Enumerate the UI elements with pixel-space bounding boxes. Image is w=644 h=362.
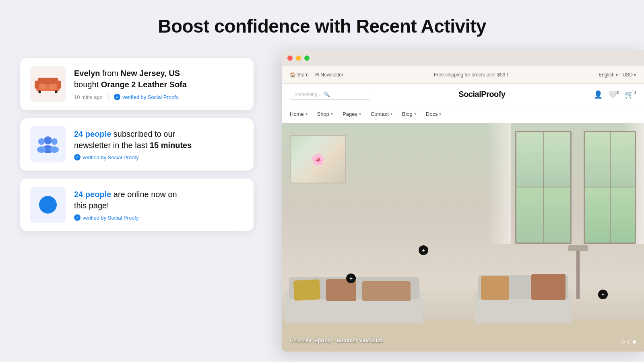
product-name: Orange 2 Leather Sofa	[101, 80, 187, 89]
online-footer: ✓ verified by Social Proofy	[74, 214, 244, 221]
online-verified-label: verified by Social Proofy	[83, 215, 138, 221]
verified-check-icon-3: ✓	[74, 214, 80, 221]
hero-dot-btn-3[interactable]: +	[598, 290, 608, 299]
hero-scene: 🌸	[282, 123, 644, 352]
newsletter-verified-label: verified by Social Proofy	[83, 154, 138, 160]
notifications-panel: Evelyn from New Jersey, US bought Orange…	[20, 58, 254, 231]
traffic-light-green[interactable]	[304, 56, 310, 61]
browser-titlebar	[282, 50, 644, 66]
page-title: Boost confidence with Recent Activity	[0, 0, 644, 50]
people-icon-box	[30, 126, 66, 162]
newsletter-duration: 15 minutes	[150, 141, 192, 150]
menu-docs[interactable]: Docs ▾	[426, 111, 442, 117]
wishlist-icon[interactable]: 🤍0	[608, 90, 619, 99]
search-placeholder-text: Something...	[294, 92, 321, 97]
carousel-dot-1[interactable]	[621, 340, 625, 343]
language-dropdown[interactable]: English	[599, 72, 617, 78]
floor-lamp	[576, 251, 580, 299]
verified-check-icon: ✓	[114, 94, 120, 100]
purchase-footer: 10 mins ago | ✓ verified by Social Proof…	[74, 93, 244, 101]
svg-point-11	[37, 146, 46, 153]
svg-rect-2	[35, 80, 39, 88]
purchase-main-text: Evelyn from New Jersey, US bought Orange…	[74, 68, 244, 90]
window-right	[584, 131, 636, 244]
menu-contact[interactable]: Contact ▾	[371, 111, 392, 117]
traffic-light-yellow[interactable]	[296, 56, 301, 61]
svg-point-12	[51, 138, 58, 145]
topbar-right: English USD	[599, 72, 636, 78]
traffic-light-red[interactable]	[287, 56, 293, 61]
window-left	[515, 131, 572, 244]
verified-check-icon-2: ✓	[74, 154, 80, 160]
sofa-icon-box	[30, 66, 66, 102]
browser-hero: 🌸	[282, 123, 644, 352]
curtain-left	[487, 123, 511, 244]
svg-rect-3	[57, 80, 61, 88]
hero-caption: Collection Spring – Summer Vibe 2021	[290, 337, 383, 343]
person-location: New Jersey, US	[121, 69, 180, 78]
search-box[interactable]: Something... 🔍	[290, 89, 370, 100]
purchase-timestamp: 10 mins ago	[74, 94, 103, 100]
hero-dot-btn-1[interactable]: +	[346, 274, 356, 283]
svg-rect-4	[39, 90, 41, 93]
purchase-verified: ✓ verified by Social Proofy	[114, 94, 178, 100]
sofa-icon	[33, 74, 62, 94]
online-dot-icon	[39, 196, 57, 214]
menu-blog[interactable]: Blog ▾	[402, 111, 416, 117]
sofa-right	[475, 259, 572, 323]
newsletter-main-text: 24 people subscribed to ournewsletter in…	[74, 128, 244, 151]
main-container: Evelyn from New Jersey, US bought Orange…	[0, 50, 644, 360]
browser-topbar: 🏠 Store ✉ Newsletter Free shipping for o…	[282, 66, 644, 84]
verified-label: verified by Social Proofy	[122, 94, 178, 100]
browser-navbar: Something... 🔍 SocialProofy 👤 🤍0 🛒0	[282, 84, 644, 105]
svg-rect-6	[39, 84, 46, 89]
online-notification: 24 people are online now onthis page! ✓ …	[20, 179, 254, 231]
carousel-dots	[621, 340, 636, 343]
topbar-promo: Free shipping for orders over $59 !	[434, 72, 508, 78]
svg-rect-5	[55, 90, 57, 93]
menu-home[interactable]: Home ▾	[290, 111, 308, 117]
online-icon-box	[30, 187, 66, 223]
browser-menu: Home ▾ Shop ▾ Pages ▾ Contact ▾ Blog ▾ D…	[282, 105, 644, 123]
svg-point-8	[44, 136, 52, 144]
online-text: 24 people are online now onthis page! ✓ …	[74, 189, 244, 221]
wall-artwork: 🌸	[290, 135, 346, 183]
svg-rect-7	[50, 84, 57, 89]
newsletter-notification: 24 people subscribed to ournewsletter in…	[20, 118, 254, 171]
newsletter-text: 24 people subscribed to ournewsletter in…	[74, 128, 244, 160]
topbar-left: 🏠 Store ✉ Newsletter	[290, 72, 343, 78]
language-chevron-icon	[616, 72, 618, 78]
carousel-dot-3[interactable]	[633, 340, 636, 343]
people-icon	[36, 132, 60, 156]
separator: |	[107, 93, 109, 101]
nav-icons: 👤 🤍0 🛒0	[594, 90, 636, 99]
carousel-dot-2[interactable]	[627, 340, 630, 343]
currency-dropdown[interactable]: USD	[623, 72, 636, 78]
account-icon[interactable]: 👤	[594, 90, 603, 99]
store-link[interactable]: 🏠 Store	[290, 72, 309, 78]
purchase-notification: Evelyn from New Jersey, US bought Orange…	[20, 58, 254, 110]
cart-icon[interactable]: 🛒0	[625, 90, 636, 99]
purchase-text: Evelyn from New Jersey, US bought Orange…	[74, 68, 244, 101]
menu-pages[interactable]: Pages ▾	[343, 111, 361, 117]
newsletter-count: 24 people	[74, 130, 111, 138]
newsletter-link[interactable]: ✉ Newsletter	[315, 72, 343, 78]
svg-point-13	[50, 146, 59, 153]
lamp-head	[568, 245, 588, 251]
search-icon[interactable]: 🔍	[324, 91, 330, 97]
newsletter-verified: ✓ verified by Social Proofy	[74, 154, 138, 160]
svg-point-10	[38, 138, 45, 145]
hero-collection-name: Spring – Summer Vibe 2021	[314, 337, 383, 343]
floor	[282, 319, 644, 352]
hero-dot-btn-2[interactable]: +	[419, 245, 428, 255]
person-name: Evelyn	[74, 69, 100, 78]
currency-chevron-icon	[634, 72, 636, 78]
online-verified: ✓ verified by Social Proofy	[74, 214, 138, 221]
online-count: 24 people	[74, 190, 111, 199]
browser-mockup: 🏠 Store ✉ Newsletter Free shipping for o…	[282, 50, 644, 352]
menu-shop[interactable]: Shop ▾	[317, 111, 333, 117]
newsletter-footer: ✓ verified by Social Proofy	[74, 154, 244, 160]
brand-name: SocialProofy	[458, 90, 505, 99]
online-main-text: 24 people are online now onthis page!	[74, 189, 244, 211]
